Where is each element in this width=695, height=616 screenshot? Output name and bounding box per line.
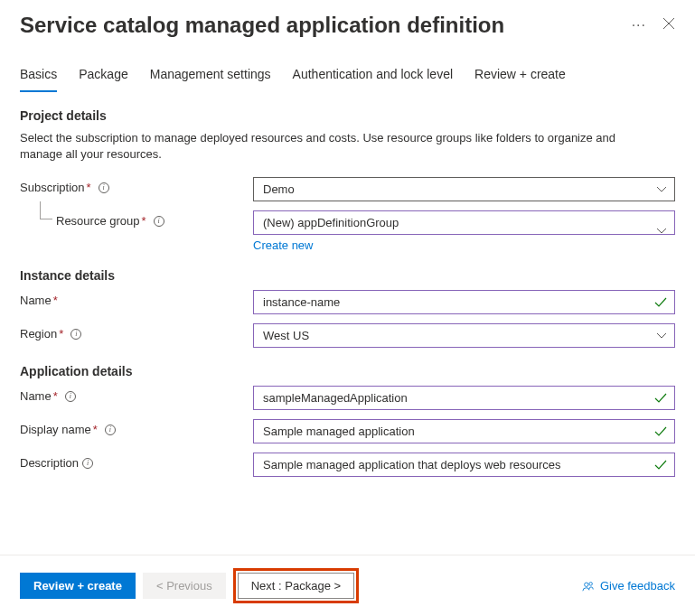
- previous-button: < Previous: [143, 573, 226, 599]
- region-label: Region* i: [20, 323, 253, 341]
- info-icon[interactable]: i: [65, 391, 76, 402]
- info-icon[interactable]: i: [70, 329, 81, 340]
- info-icon[interactable]: i: [99, 182, 109, 193]
- description-label: Description i: [20, 453, 253, 470]
- subscription-select[interactable]: Demo: [253, 177, 675, 201]
- info-icon[interactable]: i: [154, 216, 164, 227]
- tab-authentication[interactable]: Authentication and lock level: [293, 67, 453, 92]
- display-name-label: Display name* i: [20, 419, 253, 436]
- give-feedback-link[interactable]: Give feedback: [582, 579, 675, 593]
- next-button-highlight: Next : Package >: [233, 568, 359, 603]
- tab-basics[interactable]: Basics: [20, 67, 57, 92]
- create-new-link[interactable]: Create new: [253, 238, 313, 252]
- instance-name-input[interactable]: [253, 290, 675, 314]
- tab-review-create[interactable]: Review + create: [474, 67, 566, 92]
- tab-package[interactable]: Package: [79, 67, 127, 92]
- more-icon[interactable]: ···: [632, 17, 646, 33]
- next-package-button[interactable]: Next : Package >: [238, 573, 354, 599]
- description-input[interactable]: [253, 453, 675, 477]
- review-create-button[interactable]: Review + create: [20, 573, 136, 599]
- footer-bar: Review + create < Previous Next : Packag…: [0, 555, 695, 616]
- page-title: Service catalog managed application defi…: [20, 13, 504, 38]
- app-name-input[interactable]: [253, 386, 675, 410]
- indent-line: [40, 201, 52, 219]
- project-details-description: Select the subscription to manage deploy…: [20, 130, 653, 163]
- section-project-details: Project details: [20, 108, 675, 123]
- display-name-input[interactable]: [253, 419, 675, 443]
- close-icon[interactable]: [662, 17, 675, 33]
- section-instance-details: Instance details: [20, 268, 675, 283]
- feedback-label: Give feedback: [600, 579, 675, 593]
- svg-point-0: [585, 583, 588, 586]
- section-application-details: Application details: [20, 364, 675, 378]
- tab-bar: Basics Package Management settings Authe…: [0, 38, 695, 92]
- resource-group-label: Resource group* i: [56, 210, 253, 228]
- feedback-icon: [582, 580, 595, 593]
- instance-name-label: Name*: [20, 290, 253, 307]
- info-icon[interactable]: i: [105, 425, 116, 435]
- app-name-label: Name* i: [20, 386, 253, 403]
- tab-management-settings[interactable]: Management settings: [150, 67, 271, 92]
- subscription-label: Subscription* i: [20, 177, 253, 194]
- resource-group-select[interactable]: (New) appDefinitionGroup: [253, 210, 675, 235]
- region-select[interactable]: West US: [253, 323, 675, 348]
- info-icon[interactable]: i: [82, 458, 93, 469]
- svg-point-1: [589, 582, 593, 585]
